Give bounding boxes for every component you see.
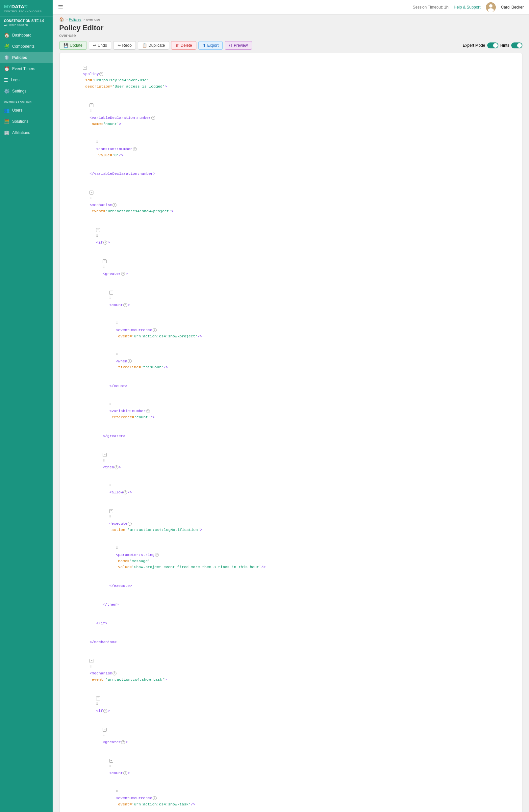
sidebar-item-policies[interactable]: 🛡️ Policies — [0, 52, 53, 63]
redo-button[interactable]: ↪ Redo — [113, 41, 136, 50]
xml-line: − ⠿ <mechanism? event='urn:action:cs4:sh… — [65, 183, 517, 221]
sidebar-item-solutions[interactable]: 🧮 Solutions — [0, 116, 53, 127]
affiliations-icon: 🏢 — [4, 130, 10, 135]
breadcrumb: 🏠 > Policies > over-use — [53, 14, 529, 22]
help-icon[interactable]: ? — [103, 241, 107, 245]
drag-handle[interactable]: ⠿ — [109, 515, 112, 520]
help-icon[interactable]: ? — [153, 796, 157, 800]
breadcrumb-current: over-use — [86, 17, 100, 21]
policy-editor[interactable]: − <policy? id='urn:policy:cs4:over-use' … — [59, 53, 523, 812]
expand-btn[interactable]: − — [109, 291, 113, 294]
expand-btn[interactable]: − — [103, 728, 107, 732]
drag-handle[interactable]: ⠿ — [109, 765, 112, 770]
help-icon[interactable]: ? — [146, 409, 150, 413]
update-button[interactable]: 💾 Update — [59, 41, 87, 50]
logo-text: MYDATA≈ — [4, 3, 49, 10]
drag-handle[interactable]: ⠿ — [89, 665, 92, 670]
help-icon[interactable]: ? — [151, 116, 155, 120]
switch-solution-link[interactable]: Switch Solution — [0, 23, 53, 30]
drag-handle[interactable]: ⠿ — [103, 265, 105, 270]
xml-line: </then> — [65, 595, 517, 614]
duplicate-button[interactable]: 📋 Duplicate — [138, 41, 169, 50]
drag-handle[interactable]: ⠿ — [109, 403, 112, 407]
sidebar-item-label: Policies — [12, 55, 27, 60]
help-icon[interactable]: ? — [153, 328, 157, 332]
help-icon[interactable]: ? — [128, 359, 132, 363]
help-icon[interactable]: ? — [133, 147, 137, 151]
hints-toggle[interactable] — [511, 42, 523, 48]
sidebar-item-settings[interactable]: ⚙️ Settings — [0, 86, 53, 97]
xml-line: − ⠿ <count?> — [65, 752, 517, 783]
expand-btn[interactable]: − — [96, 228, 100, 232]
sidebar-item-label: Event Timers — [12, 67, 35, 71]
topbar-right: Session Timeout: 1h Help & Support Carol… — [413, 2, 524, 12]
help-icon[interactable]: ? — [128, 522, 132, 526]
drag-handle[interactable]: ⠿ — [116, 789, 118, 795]
drag-handle[interactable]: ⠿ — [96, 140, 98, 145]
xml-line: − ⠿ <greater?> — [65, 252, 517, 284]
expand-btn[interactable]: − — [109, 509, 113, 513]
save-icon: 💾 — [63, 43, 69, 48]
help-icon[interactable]: ? — [155, 553, 159, 557]
drag-handle[interactable]: ⠿ — [96, 702, 98, 707]
drag-handle[interactable]: ⠿ — [96, 234, 98, 239]
help-icon[interactable]: ? — [123, 303, 127, 307]
hamburger-menu[interactable]: ☰ — [58, 4, 63, 11]
help-icon[interactable]: ? — [103, 709, 107, 713]
xml-line: ⠿ <eventOccurrence? event='urn:action:cs… — [65, 783, 517, 812]
help-icon[interactable]: ? — [113, 671, 116, 676]
sidebar-item-label: Components — [12, 44, 34, 49]
expand-btn[interactable]: − — [89, 659, 93, 663]
expand-btn[interactable]: − — [96, 696, 100, 700]
sidebar-item-logs[interactable]: ☰ Logs — [0, 74, 53, 86]
user-name: Carol Becker — [501, 5, 524, 10]
sidebar-item-event-timers[interactable]: ⏰ Event Timers — [0, 63, 53, 74]
drag-handle[interactable]: ⠿ — [89, 197, 92, 201]
sidebar-item-components[interactable]: 🧩 Components — [0, 41, 53, 52]
sidebar-item-dashboard[interactable]: 🏠 Dashboard — [0, 30, 53, 41]
hints-label: Hints — [500, 43, 509, 48]
help-icon[interactable]: ? — [121, 740, 125, 744]
expand-btn[interactable]: − — [103, 259, 107, 263]
help-icon[interactable]: ? — [99, 72, 103, 76]
drag-handle[interactable]: ⠿ — [103, 459, 105, 464]
drag-handle[interactable]: ⠿ — [116, 546, 118, 551]
preview-button[interactable]: ⟨⟩ Preview — [225, 41, 252, 50]
session-timeout: Session Timeout: 1h — [413, 5, 449, 10]
expand-btn[interactable]: − — [83, 66, 87, 70]
sidebar-item-users[interactable]: 👥 Users — [0, 105, 53, 116]
delete-button[interactable]: 🗑 Delete — [171, 41, 196, 50]
page-title: Policy Editor — [59, 24, 523, 32]
drag-handle[interactable]: ⠿ — [109, 483, 112, 489]
drag-handle[interactable]: ⠿ — [89, 109, 92, 114]
home-icon[interactable]: 🏠 — [59, 17, 64, 22]
help-icon[interactable]: ? — [123, 771, 127, 775]
help-icon[interactable]: ? — [115, 465, 118, 469]
delete-icon: 🗑 — [175, 43, 179, 48]
site-name: CONSTRUCTION SITE 4.0 — [0, 16, 53, 23]
expand-btn[interactable]: − — [103, 453, 107, 457]
xml-line: − ⠿ <execute? action='urn:action:cs4:log… — [65, 502, 517, 539]
expert-mode-toggle[interactable] — [487, 42, 498, 48]
expand-btn[interactable]: − — [89, 191, 93, 194]
xml-line: ⠿ <allow?/> — [65, 477, 517, 502]
undo-button[interactable]: ↩ Undo — [89, 41, 112, 50]
drag-handle[interactable]: ⠿ — [109, 296, 112, 301]
help-support-link[interactable]: Help & Support — [454, 5, 480, 10]
drag-handle[interactable]: ⠿ — [116, 321, 118, 326]
admin-section-label: ADMINISTRATION — [0, 97, 53, 105]
help-icon[interactable]: ? — [113, 203, 116, 207]
topbar-left: ☰ — [58, 4, 63, 11]
expand-btn[interactable]: − — [109, 759, 113, 763]
export-button[interactable]: ⬆ Export — [199, 41, 223, 50]
sidebar-item-affiliations[interactable]: 🏢 Affiliations — [0, 127, 53, 138]
expand-btn[interactable]: − — [89, 103, 93, 107]
help-icon[interactable]: ? — [123, 490, 127, 494]
export-icon: ⬆ — [203, 43, 206, 48]
drag-handle[interactable]: ⠿ — [116, 352, 118, 358]
help-icon[interactable]: ? — [121, 272, 125, 276]
drag-handle[interactable]: ⠿ — [103, 733, 105, 738]
avatar — [486, 2, 496, 12]
breadcrumb-policies[interactable]: Policies — [69, 17, 81, 21]
event-timers-icon: ⏰ — [4, 66, 10, 71]
